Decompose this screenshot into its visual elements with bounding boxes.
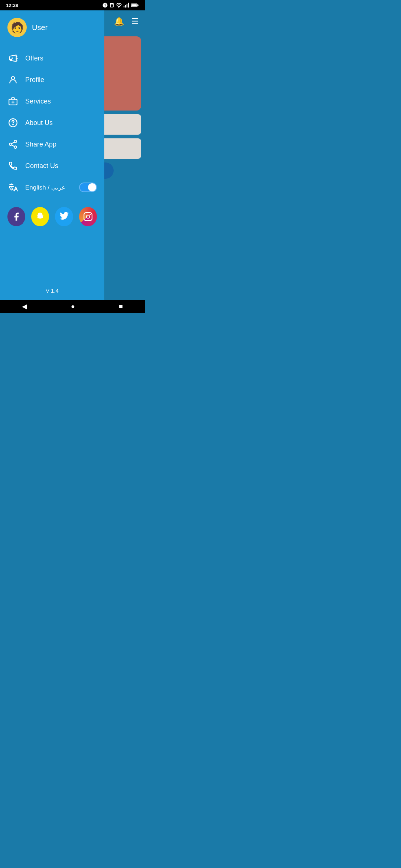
svg-rect-6	[124, 6, 124, 8]
snapchat-button[interactable]	[31, 207, 49, 226]
app-wrapper: 🔔 ☰ ENTS 🧑 User	[0, 10, 145, 300]
instagram-button[interactable]	[79, 207, 97, 226]
menu-item-services[interactable]: Services	[7, 91, 97, 112]
share-svg	[8, 139, 18, 149]
bell-icon[interactable]: 🔔	[114, 17, 124, 26]
battery-icon	[131, 3, 139, 7]
sim-icon	[109, 3, 114, 8]
about-label: About Us	[25, 119, 53, 127]
wifi-icon	[116, 3, 122, 8]
recent-nav-button[interactable]: ■	[111, 301, 130, 312]
username-label: User	[32, 23, 48, 32]
svg-rect-8	[127, 4, 127, 8]
svg-point-1	[105, 4, 106, 5]
profile-label: Profile	[25, 76, 44, 84]
menu-item-offers[interactable]: Offers	[7, 47, 97, 69]
svg-point-26	[89, 214, 91, 215]
facebook-button[interactable]	[7, 207, 25, 226]
social-row	[7, 198, 97, 232]
bottom-nav-bar: ◀ ● ■	[0, 300, 145, 313]
svg-point-5	[118, 7, 119, 7]
avatar: 🧑	[7, 18, 27, 37]
phone-svg	[8, 161, 18, 171]
status-time: 12:38	[6, 3, 18, 8]
snapchat-icon	[35, 212, 45, 221]
svg-rect-7	[125, 5, 126, 7]
twitter-button[interactable]	[55, 207, 73, 226]
spacer	[7, 232, 97, 280]
svg-rect-11	[137, 4, 138, 6]
svg-rect-4	[111, 4, 113, 7]
twitter-icon	[59, 212, 69, 221]
megaphone-svg	[8, 53, 18, 63]
svg-rect-2	[105, 5, 105, 7]
instagram-icon	[83, 212, 93, 221]
svg-point-25	[86, 215, 89, 218]
services-label: Services	[25, 98, 51, 105]
hamburger-icon[interactable]: ☰	[131, 17, 139, 26]
svg-rect-12	[131, 4, 137, 6]
person-svg	[8, 75, 18, 85]
megaphone-icon	[7, 53, 19, 63]
toggle-thumb	[88, 183, 96, 191]
menu-item-share[interactable]: Share App	[7, 134, 97, 155]
svg-line-22	[12, 145, 14, 147]
signal-icon	[123, 3, 129, 8]
language-label: English / عربي	[25, 184, 72, 191]
home-nav-button[interactable]: ●	[63, 301, 82, 312]
svg-line-23	[12, 142, 14, 144]
status-bar: 12:38	[0, 0, 145, 10]
svg-point-13	[12, 76, 15, 80]
notification-dot-icon	[102, 3, 108, 8]
briefcase-plus-icon	[7, 96, 19, 106]
translate-svg	[8, 183, 18, 192]
help-svg	[8, 118, 18, 128]
facebook-icon	[12, 212, 21, 221]
contact-label: Contact Us	[25, 162, 58, 170]
drawer-user-header: 🧑 User	[7, 18, 97, 37]
navigation-drawer: 🧑 User Offers Profile	[0, 10, 104, 300]
menu-item-profile[interactable]: Profile	[7, 69, 97, 91]
status-icons	[102, 3, 139, 8]
share-icon	[7, 139, 19, 149]
language-row: English / عربي	[7, 177, 97, 198]
person-icon	[7, 75, 19, 85]
language-toggle[interactable]	[79, 183, 97, 192]
offers-label: Offers	[25, 55, 43, 62]
menu-item-about[interactable]: About Us	[7, 112, 97, 134]
menu-item-contact[interactable]: Contact Us	[7, 155, 97, 177]
help-circle-icon	[7, 118, 19, 128]
svg-rect-9	[128, 3, 129, 8]
back-nav-button[interactable]: ◀	[14, 301, 35, 312]
svg-rect-24	[84, 213, 92, 221]
translate-icon	[7, 183, 19, 192]
briefcase-svg	[8, 96, 18, 106]
phone-icon	[7, 161, 19, 171]
share-label: Share App	[25, 141, 56, 148]
version-text: V 1.4	[7, 280, 97, 300]
svg-point-18	[13, 124, 13, 125]
